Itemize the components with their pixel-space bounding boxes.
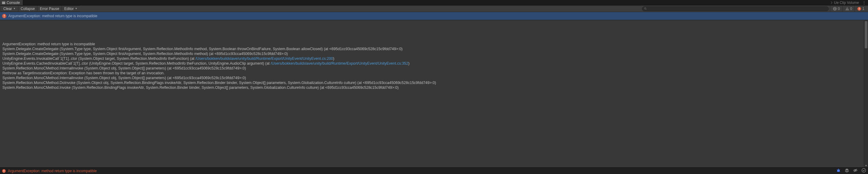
console-icon (2, 1, 5, 4)
status-right (836, 168, 866, 174)
tab-right-ghost-label: Ue Clip Volume (834, 1, 859, 5)
vertical-scrollbar[interactable]: ▼ (864, 21, 868, 167)
source-link[interactable]: /Users/bokken/buildslave/unity/build/Run… (195, 56, 333, 61)
info-icon (833, 7, 837, 11)
toolbar-spacer (80, 5, 641, 12)
console-toolbar: Clear ▼ Collapse Error Pause Editor ▼ 0 … (0, 5, 868, 12)
error-icon (857, 7, 861, 11)
svg-rect-8 (847, 9, 847, 10)
detail-pane: ArgumentException: method return type is… (0, 21, 868, 167)
svg-rect-13 (4, 15, 4, 16)
collapse-toggle[interactable]: Collapse (18, 5, 37, 12)
scrollbar-thumb[interactable] (865, 21, 867, 48)
trace-line: ArgumentException: method return type is… (2, 42, 95, 46)
log-row[interactable]: ArgumentException: method return type is… (0, 12, 868, 20)
collapse-label: Collapse (21, 7, 35, 11)
editor-label: Editor (64, 7, 73, 11)
error-icon (2, 14, 7, 19)
status-bar: ArgumentException: method return type is… (0, 167, 868, 174)
filter-info-count: 0 (838, 7, 840, 11)
trace-line: ) (333, 56, 334, 61)
svg-point-18 (837, 170, 840, 172)
trace-line: System.Delegate.CreateDelegate (System.T… (2, 52, 288, 56)
error-icon (2, 169, 6, 173)
stack-trace[interactable]: ArgumentException: method return type is… (0, 21, 868, 93)
panel-menu-icon[interactable]: ⋮ (862, 1, 866, 5)
error-pause-toggle[interactable]: Error Pause (37, 5, 61, 12)
filter-error-count: 1 (862, 7, 864, 11)
svg-rect-7 (847, 8, 847, 9)
trace-line: ) (408, 61, 410, 66)
chevron-right-icon (830, 1, 833, 4)
log-row-message: ArgumentException: method return type is… (8, 14, 97, 18)
eye-off-icon[interactable] (853, 168, 858, 174)
search-icon (644, 7, 647, 10)
trace-line: System.Reflection.MonoCMethod.InternalIn… (2, 66, 246, 70)
trace-line: System.Reflection.MonoCMethod.DoInvoke (… (2, 81, 436, 85)
svg-rect-10 (859, 7, 860, 9)
tab-console[interactable]: Console (0, 0, 23, 5)
filter-info-toggle[interactable]: 0 (830, 5, 842, 12)
trace-line: UnityEngine.Events.InvokableCall`1[T1]..… (2, 56, 195, 61)
filter-warn-count: 0 (850, 7, 852, 11)
tab-strip: Console Ue Clip Volume ⋮ (0, 0, 868, 5)
svg-rect-14 (4, 17, 4, 18)
editor-dropdown[interactable]: Editor ▼ (61, 5, 80, 12)
svg-point-2 (644, 7, 646, 9)
status-message[interactable]: ArgumentException: method return type is… (8, 169, 97, 173)
svg-rect-17 (4, 172, 4, 172)
scroll-down-icon[interactable]: ▼ (864, 164, 868, 167)
source-link[interactable]: /Users/bokken/buildslave/unity/build/Run… (271, 61, 408, 66)
log-filters: 0 0 1 (830, 5, 867, 12)
filter-warn-toggle[interactable]: 0 (842, 5, 855, 12)
svg-rect-1 (2, 1, 5, 2)
clear-label: Clear (3, 7, 12, 11)
filter-error-toggle[interactable]: 1 (855, 5, 867, 12)
clear-button[interactable]: Clear ▼ (1, 5, 18, 12)
svg-rect-16 (4, 170, 4, 171)
svg-line-3 (646, 9, 647, 10)
chevron-down-icon: ▼ (75, 7, 78, 10)
log-list: ArgumentException: method return type is… (0, 12, 868, 21)
layers-icon[interactable] (844, 168, 849, 174)
warning-icon (845, 7, 849, 11)
trace-line: System.Delegate.CreateDelegate (System.T… (2, 47, 403, 51)
svg-rect-5 (835, 8, 835, 10)
search-input[interactable] (642, 6, 829, 11)
trace-line: System.Reflection.MonoCMethod.Invoke (Sy… (2, 85, 399, 90)
svg-rect-6 (835, 7, 835, 8)
chevron-down-icon: ▼ (13, 7, 16, 10)
trace-line: System.Reflection.MonoCMethod.InternalIn… (2, 76, 246, 80)
svg-rect-11 (859, 9, 860, 10)
check-circle-icon[interactable] (861, 168, 866, 174)
error-pause-label: Error Pause (40, 7, 59, 11)
debug-icon[interactable] (836, 168, 841, 174)
trace-line: UnityEngine.Events.CachedInvokableCall`1… (2, 61, 271, 66)
trace-line: Rethrow as TargetInvocationException: Ex… (2, 71, 164, 75)
tab-console-label: Console (7, 1, 20, 5)
